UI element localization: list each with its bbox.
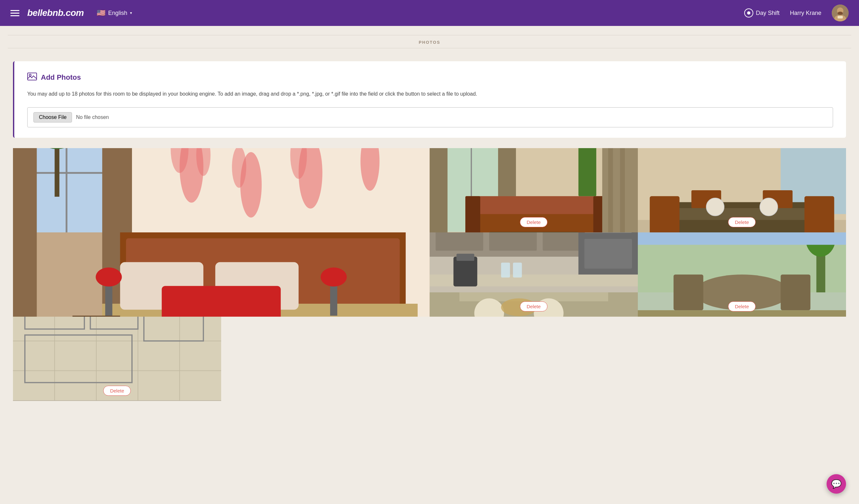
- svg-rect-76: [584, 232, 632, 233]
- svg-point-66: [760, 198, 778, 215]
- add-photos-description: You may add up to 18 photos for this roo…: [27, 90, 833, 98]
- day-shift-indicator: Day Shift: [744, 9, 780, 17]
- image-icon: [27, 72, 37, 83]
- add-photos-card: Add Photos You may add up to 18 photos f…: [13, 61, 846, 138]
- page-title: PHOTOS: [0, 26, 859, 54]
- svg-rect-91: [781, 275, 810, 310]
- avatar-image: [832, 4, 849, 21]
- photo-cell-1: [13, 148, 430, 317]
- photo-image-4: Delete: [430, 232, 638, 317]
- language-label: English: [108, 10, 127, 17]
- svg-rect-77: [584, 239, 632, 269]
- photo-cell-3: Delete: [638, 148, 846, 232]
- flag-icon: 🇺🇸: [96, 9, 105, 17]
- add-photos-label: Add Photos: [41, 73, 81, 82]
- photo-image-1: [13, 148, 430, 317]
- file-input-area: Choose File No file chosen: [27, 107, 833, 127]
- svg-rect-61: [649, 196, 679, 232]
- svg-rect-4: [838, 16, 843, 18]
- photo-grid: Delete: [13, 148, 846, 401]
- svg-point-33: [96, 268, 122, 287]
- no-file-label: No file chosen: [76, 114, 109, 120]
- svg-rect-78: [453, 257, 477, 287]
- svg-rect-51: [608, 148, 613, 232]
- svg-point-35: [321, 268, 347, 287]
- choose-file-button[interactable]: Choose File: [33, 112, 72, 123]
- logo: bellebnb.com: [27, 8, 84, 18]
- svg-rect-83: [459, 292, 608, 302]
- photo-image-6: Delete: [13, 317, 221, 401]
- day-shift-label: Day Shift: [756, 10, 780, 17]
- user-name: Harry Krane: [790, 10, 822, 17]
- photo-cell-6: Delete: [13, 317, 221, 401]
- photo-image-5: Delete: [638, 232, 846, 317]
- svg-rect-71: [489, 232, 537, 251]
- svg-rect-80: [501, 262, 510, 277]
- photos-heading: PHOTOS: [0, 35, 859, 48]
- header: bellebnb.com 🇺🇸 English ▾ Day Shift Harr…: [0, 0, 859, 26]
- svg-rect-81: [513, 262, 522, 277]
- chevron-down-icon: ▾: [130, 11, 132, 15]
- svg-rect-12: [13, 148, 36, 317]
- photo-cell-5: Delete: [638, 232, 846, 317]
- language-selector[interactable]: 🇺🇸 English ▾: [96, 9, 132, 17]
- svg-rect-48: [578, 148, 596, 196]
- header-right: Day Shift Harry Krane: [744, 4, 849, 21]
- sun-icon: [744, 9, 753, 17]
- delete-button-3[interactable]: Delete: [728, 217, 756, 227]
- avatar[interactable]: [832, 4, 849, 21]
- delete-button-5[interactable]: Delete: [728, 302, 756, 311]
- svg-rect-44: [465, 196, 608, 214]
- add-photos-title: Add Photos: [27, 72, 833, 83]
- menu-button[interactable]: [10, 10, 19, 16]
- photo-cell-2: Delete: [430, 148, 638, 232]
- svg-rect-70: [436, 232, 483, 251]
- svg-rect-41: [430, 148, 448, 232]
- svg-rect-90: [674, 275, 703, 310]
- svg-rect-31: [162, 286, 281, 317]
- svg-rect-50: [602, 148, 638, 232]
- photo-image-3: Delete: [638, 148, 846, 232]
- delete-button-4[interactable]: Delete: [520, 302, 547, 311]
- main-content: Add Photos You may add up to 18 photos f…: [0, 54, 859, 409]
- svg-rect-5: [28, 73, 36, 80]
- svg-rect-79: [456, 254, 474, 261]
- svg-point-65: [706, 198, 724, 215]
- svg-rect-109: [13, 400, 221, 401]
- photo-image-2: Delete: [430, 148, 638, 232]
- svg-point-3: [838, 12, 843, 15]
- delete-button-6[interactable]: Delete: [103, 386, 131, 396]
- svg-rect-45: [465, 196, 480, 232]
- delete-button-2[interactable]: Delete: [520, 217, 547, 227]
- svg-rect-14: [55, 148, 59, 197]
- svg-rect-52: [620, 148, 625, 232]
- svg-rect-94: [638, 232, 846, 245]
- svg-rect-62: [804, 196, 834, 232]
- photo-cell-4: Delete: [430, 232, 638, 317]
